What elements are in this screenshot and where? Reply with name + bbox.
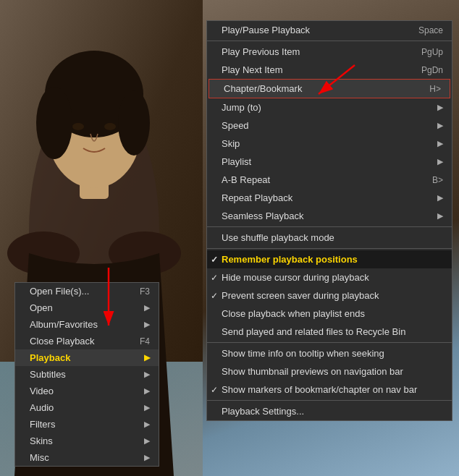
jump-arrow: ▶ xyxy=(437,103,443,112)
open-files-shortcut: F3 xyxy=(140,286,150,297)
menu-item-open-files[interactable]: Open File(s)... F3 xyxy=(15,283,159,299)
album-label: Album/Favorites xyxy=(30,319,98,330)
open-files-label: Open File(s)... xyxy=(30,286,89,297)
filters-label: Filters xyxy=(30,419,55,430)
remember-positions-check: ✓ xyxy=(211,255,218,265)
skins-label: Skins xyxy=(30,435,53,446)
svg-point-9 xyxy=(104,123,116,130)
video-arrow: ▶ xyxy=(144,386,150,396)
misc-arrow: ▶ xyxy=(144,453,150,462)
prevent-screensaver-check: ✓ xyxy=(211,291,218,301)
audio-label: Audio xyxy=(30,402,54,413)
chapter-bookmark-shortcut: H> xyxy=(429,84,441,94)
separator-2 xyxy=(207,226,452,227)
chapter-bookmark-label: Chapter/Bookmark xyxy=(224,83,302,94)
rmenu-remember-positions[interactable]: ✓ Remember playback positions xyxy=(207,250,452,268)
repeat-playback-label: Repeat Playback xyxy=(222,192,292,203)
rmenu-play-pause[interactable]: Play/Pause Playback Space xyxy=(207,21,452,39)
misc-label: Misc xyxy=(30,452,49,463)
close-playlist-end-label: Close playback when playlist ends xyxy=(222,308,365,319)
playback-settings-label: Playback Settings... xyxy=(222,406,304,417)
playlist-label: Playlist xyxy=(222,156,251,167)
separator-1 xyxy=(207,41,452,41)
play-pause-shortcut: Space xyxy=(418,25,443,35)
album-arrow: ▶ xyxy=(144,320,150,329)
menu-item-misc[interactable]: Misc ▶ xyxy=(15,449,159,466)
menu-item-playback[interactable]: Playback ▶ xyxy=(15,349,159,366)
ab-repeat-shortcut: B> xyxy=(432,175,443,185)
rmenu-close-playlist-end[interactable]: Close playback when playlist ends xyxy=(207,305,452,323)
menu-item-album[interactable]: Album/Favorites ▶ xyxy=(15,316,159,333)
video-label: Video xyxy=(30,386,54,396)
svg-point-8 xyxy=(72,123,84,130)
rmenu-seamless-playback[interactable]: Seamless Playback ▶ xyxy=(207,207,452,225)
close-playback-label: Close Playback xyxy=(30,336,95,347)
open-label: Open xyxy=(30,302,53,313)
speed-label: Speed xyxy=(222,120,249,131)
subtitles-arrow: ▶ xyxy=(144,370,150,379)
separator-3 xyxy=(207,248,452,249)
repeat-playback-arrow: ▶ xyxy=(437,193,443,203)
rmenu-play-prev[interactable]: Play Previous Item PgUp xyxy=(207,43,452,61)
right-context-menu: Play/Pause Playback Space Play Previous … xyxy=(206,20,452,421)
play-pause-label: Play/Pause Playback xyxy=(222,25,310,35)
playback-arrow: ▶ xyxy=(144,353,150,362)
menu-item-open[interactable]: Open ▶ xyxy=(15,299,159,316)
separator-4 xyxy=(207,342,452,343)
menu-item-close-playback[interactable]: Close Playback F4 xyxy=(15,333,159,349)
open-arrow: ▶ xyxy=(144,303,150,313)
prevent-screensaver-label: Prevent screen saver during playback xyxy=(222,290,379,301)
rmenu-play-next[interactable]: Play Next Item PgDn xyxy=(207,61,452,79)
close-playback-shortcut: F4 xyxy=(140,336,150,347)
menu-item-audio[interactable]: Audio ▶ xyxy=(15,399,159,416)
seamless-playback-label: Seamless Playback xyxy=(222,211,303,221)
playlist-arrow: ▶ xyxy=(437,157,443,166)
svg-point-6 xyxy=(36,87,72,159)
show-time-info-label: Show time info on tooltip when seeking xyxy=(222,348,384,359)
menu-item-skins[interactable]: Skins ▶ xyxy=(15,433,159,449)
audio-arrow: ▶ xyxy=(144,403,150,412)
filters-arrow: ▶ xyxy=(144,420,150,429)
play-next-shortcut: PgDn xyxy=(421,65,443,75)
separator-5 xyxy=(207,400,452,401)
svg-point-7 xyxy=(118,90,150,156)
skip-arrow: ▶ xyxy=(437,139,443,148)
send-recycle-label: Send played and related files to Recycle… xyxy=(222,326,405,337)
left-context-menu: Open File(s)... F3 Open ▶ Album/Favorite… xyxy=(14,282,159,467)
rmenu-speed[interactable]: Speed ▶ xyxy=(207,116,452,135)
show-thumbnails-label: Show thumbnail previews on navigation ba… xyxy=(222,366,403,377)
play-prev-shortcut: PgUp xyxy=(421,47,443,57)
rmenu-ab-repeat[interactable]: A-B Repeat B> xyxy=(207,171,452,189)
rmenu-show-markers[interactable]: ✓ Show markers of bookmark/chapter on na… xyxy=(207,381,452,399)
rmenu-jump[interactable]: Jump (to) ▶ xyxy=(207,98,452,116)
rmenu-prevent-screensaver[interactable]: ✓ Prevent screen saver during playback xyxy=(207,286,452,305)
seamless-playback-arrow: ▶ xyxy=(437,211,443,221)
speed-arrow: ▶ xyxy=(437,121,443,130)
hide-cursor-label: Hide mouse cursor during playback xyxy=(222,272,369,283)
menu-item-video[interactable]: Video ▶ xyxy=(15,383,159,399)
rmenu-shuffle[interactable]: Use shuffle playback mode xyxy=(207,229,452,247)
subtitles-label: Subtitles xyxy=(30,369,66,380)
play-next-label: Play Next Item xyxy=(222,64,283,75)
rmenu-hide-cursor[interactable]: ✓ Hide mouse cursor during playback xyxy=(207,268,452,286)
rmenu-send-recycle[interactable]: Send played and related files to Recycle… xyxy=(207,323,452,341)
rmenu-show-time-info[interactable]: Show time info on tooltip when seeking xyxy=(207,344,452,362)
menu-item-filters[interactable]: Filters ▶ xyxy=(15,416,159,433)
shuffle-label: Use shuffle playback mode xyxy=(222,232,334,243)
rmenu-show-thumbnails[interactable]: Show thumbnail previews on navigation ba… xyxy=(207,362,452,381)
jump-label: Jump (to) xyxy=(222,102,261,113)
rmenu-playback-settings[interactable]: Playback Settings... xyxy=(207,402,452,420)
rmenu-playlist[interactable]: Playlist ▶ xyxy=(207,153,452,171)
playback-label: Playback xyxy=(30,352,70,363)
rmenu-repeat-playback[interactable]: Repeat Playback ▶ xyxy=(207,189,452,207)
rmenu-skip[interactable]: Skip ▶ xyxy=(207,135,452,153)
rmenu-chapter-bookmark[interactable]: Chapter/Bookmark H> xyxy=(209,79,450,98)
skins-arrow: ▶ xyxy=(144,436,150,446)
show-markers-label: Show markers of bookmark/chapter on nav … xyxy=(222,384,417,395)
skip-label: Skip xyxy=(222,138,240,149)
show-markers-check: ✓ xyxy=(211,385,218,395)
play-prev-label: Play Previous Item xyxy=(222,46,300,57)
remember-positions-label: Remember playback positions xyxy=(222,254,358,265)
menu-item-subtitles[interactable]: Subtitles ▶ xyxy=(15,366,159,383)
hide-cursor-check: ✓ xyxy=(211,273,218,283)
